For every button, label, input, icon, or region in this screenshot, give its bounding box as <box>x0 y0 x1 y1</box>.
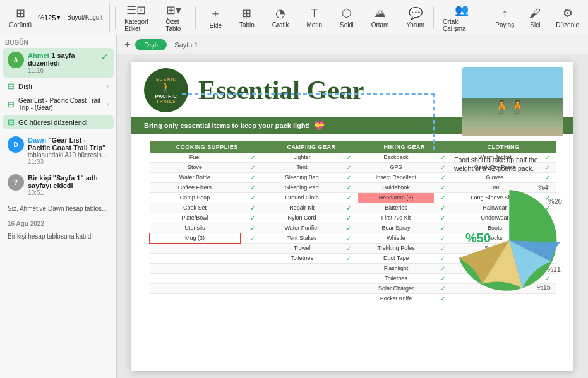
sidebar-item-ahmet-content: Ahmet 1 sayfa düzenledi 11:16 <box>28 52 97 74</box>
cell <box>240 283 265 293</box>
edit-button[interactable]: ⚙ Düzenle <box>552 4 583 31</box>
cell: Nylon Cord <box>265 213 339 223</box>
cell <box>150 283 241 293</box>
cell: Solar Charger <box>358 283 434 293</box>
tablo-label: Tablo <box>239 21 255 28</box>
cell: Water Purifier <box>265 223 339 233</box>
date-separator: 16 Ağu 2022 <box>0 216 116 228</box>
percent-20-label: %20 <box>548 198 562 205</box>
ozet-tablo-button[interactable]: ⊞▾ Özet Tablo <box>162 1 185 35</box>
resize-button[interactable]: Büyüt/Küçült <box>63 11 106 23</box>
cell <box>150 263 241 273</box>
cell <box>150 273 241 283</box>
cell-check: ✓ <box>434 223 451 233</box>
sidebar-item-birisi-content: Bir kişi "Sayfa 1" adlı sayfayı ekledi 1… <box>28 174 109 196</box>
sidebar-item-g6[interactable]: ⊟ G6 hücresi düzenlendi <box>3 115 114 129</box>
ahmet-name: Ahmet <box>28 52 49 59</box>
zoom-control[interactable]: %125 ▾ <box>38 13 61 21</box>
sidebar-item-group: Siz, Ahmet ve Dawn hesap tablosuna katıl… <box>3 201 114 216</box>
people-icon: 👥 <box>455 3 469 17</box>
cell <box>339 273 358 283</box>
divider3 <box>433 6 434 29</box>
sidebar-item-birisi[interactable]: ? Bir kişi "Sayfa 1" adlı sayfayı ekledi… <box>3 170 114 200</box>
birisi-title: Bir kişi "Sayfa 1" adlı sayfayı ekledi <box>28 174 109 189</box>
text-icon: T <box>311 7 318 20</box>
collaborate-button[interactable]: 👥 Ortak Çalışma <box>439 1 484 35</box>
cell <box>240 273 265 283</box>
cell <box>240 253 265 263</box>
logo-mid: PACIFIC <box>155 93 177 99</box>
sidebar-item-disli[interactable]: ⊞ Dışlı › <box>3 79 114 93</box>
cell-check: ✓ <box>434 213 451 223</box>
cell: Toiletries <box>265 253 339 263</box>
ortam-button[interactable]: ⛰ Ortam <box>368 4 393 31</box>
cell-mug: Mug (3) <box>150 233 241 243</box>
slide[interactable]: SCENIC 🚶 PACIFIC TRAILS Essential Gear 🧍… <box>131 62 573 371</box>
metin-button[interactable]: T Metin <box>303 4 326 31</box>
cell-headlamp: Headlamp (3) <box>358 192 434 203</box>
percent-4-label: %4 <box>538 184 548 191</box>
cell-check: ✓ <box>339 203 358 213</box>
sekil-button[interactable]: ⬡ Şekil <box>336 4 357 31</box>
cell: Backpack <box>358 153 434 163</box>
divider <box>115 6 116 29</box>
cell-check: ✓ <box>339 213 358 223</box>
percent-50-label: %50 <box>465 231 491 245</box>
cell: Whistle <box>358 233 434 243</box>
cell <box>265 263 339 273</box>
subtitle-text: Bring only essential items to keep your … <box>144 122 310 129</box>
cell: Camp Soap <box>150 192 241 203</box>
cell: Utensils <box>150 223 241 233</box>
cell-check: ✓ <box>240 192 265 203</box>
cell <box>240 293 265 304</box>
avatar-birisi: ? <box>8 174 24 191</box>
cell <box>150 293 241 304</box>
cell: Sleeping Bag <box>265 172 339 182</box>
sidebar-item-ahmet[interactable]: A Ahmet 1 sayfa düzenledi 11:16 ✓ <box>3 48 114 78</box>
category-label-button[interactable]: ☰⊡ Kategori Etiket <box>121 1 152 35</box>
cell-check: ✓ <box>434 293 451 304</box>
format-button[interactable]: 🖌 Siçi <box>525 4 544 31</box>
group-text: Siz, Ahmet ve Dawn hesap tablosuna katıl… <box>8 205 109 212</box>
cell: GPS <box>358 162 434 172</box>
add-tab-button[interactable]: + <box>122 39 133 50</box>
sidebar-item-gear-list[interactable]: ⊟ Gear List - Pacific Coast Trail Trip -… <box>3 95 114 114</box>
content-area: + Dışlı Sayfa 1 Değişiklikleri vurgulama… <box>117 35 588 378</box>
cell-check: ✓ <box>434 192 451 203</box>
tablo-button[interactable]: ⊞ Tablo <box>236 4 258 31</box>
sidebar-group-content: Siz, Ahmet ve Dawn hesap tablosuna katıl… <box>8 205 109 212</box>
heart-icon: 💝 <box>314 121 325 131</box>
disli-chevron-icon: › <box>107 83 109 90</box>
sidebar-item-dawn[interactable]: D Dawn "Gear List - Pacific Coast Trail … <box>3 133 114 169</box>
sidebar-item-old[interactable]: Bir kişi hesap tablosuna katıldı <box>3 229 114 244</box>
ekle-button[interactable]: ＋ Ekle <box>206 3 225 32</box>
view-label: Görüntü <box>9 21 32 28</box>
toolbar-right: 👥 Ortak Çalışma ↑ Paylaş 🖌 Siçi ⚙ Düzenl… <box>439 1 583 35</box>
cell <box>150 243 241 253</box>
dawn-time: 11:33 <box>28 158 109 165</box>
share-label: Paylaş <box>495 21 514 28</box>
cell-check: ✓ <box>240 203 265 213</box>
cell-check: ✓ <box>339 192 358 203</box>
table-icon-g6: ⊟ <box>8 117 15 127</box>
toolbar-left: ⊞ Görüntü %125 ▾ Büyüt/Küçült <box>5 3 110 32</box>
right-panel: Food should take up half the weight of a… <box>454 155 565 304</box>
cell: Ground Cloth <box>265 192 339 203</box>
cell-check: ✓ <box>240 162 265 172</box>
slide-area: Değişiklikleri vurgulamak için burayı tı… <box>117 54 588 378</box>
yorum-button[interactable]: 💬 Yorum <box>402 4 428 31</box>
view-button[interactable]: ⊞ Görüntü <box>5 4 35 31</box>
category-label: Kategori Etiket <box>124 18 148 32</box>
active-tab[interactable]: Dışlı <box>135 39 167 50</box>
cell: Cook Set <box>150 203 241 213</box>
slide-photo: 🧍🧍 <box>462 67 563 136</box>
logo-top: SCENIC <box>156 77 176 81</box>
cell-check: ✓ <box>434 233 451 243</box>
percent-15-label: %15 <box>537 283 551 291</box>
share-button[interactable]: ↑ Paylaş <box>491 4 518 31</box>
pie-chart-container: %50 %20 %4 %11 %15 <box>454 177 565 304</box>
cell-check: ✓ <box>434 203 451 213</box>
grafik-button[interactable]: ◔ Grafik <box>268 4 293 31</box>
dawn-name: Dawn <box>28 136 46 144</box>
cell <box>339 283 358 293</box>
